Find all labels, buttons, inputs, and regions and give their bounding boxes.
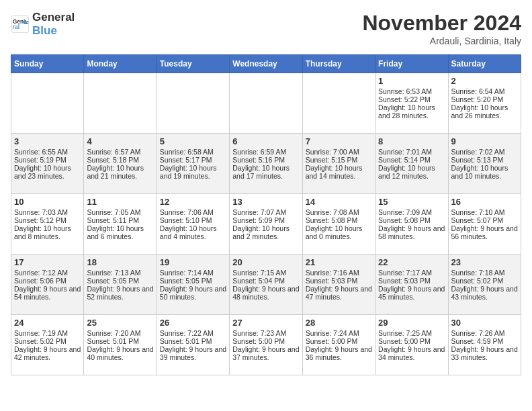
calendar-cell: 9Sunrise: 7:02 AMSunset: 5:13 PMDaylight… [448, 134, 521, 194]
cell-info: Sunrise: 7:20 AM [87, 329, 153, 337]
cell-info: Sunset: 5:05 PM [87, 277, 153, 285]
cell-info: Daylight: 10 hours and 2 minutes. [232, 224, 299, 240]
cell-info: Sunrise: 7:08 AM [306, 208, 372, 216]
calendar-cell: 26Sunrise: 7:22 AMSunset: 5:01 PMDayligh… [157, 315, 229, 375]
day-number: 7 [306, 136, 372, 146]
cell-info: Daylight: 10 hours and 10 minutes. [451, 164, 518, 180]
cell-info: Sunrise: 6:53 AM [378, 87, 445, 95]
cell-info: Daylight: 9 hours and 54 minutes. [14, 285, 81, 301]
cell-info: Daylight: 10 hours and 21 minutes. [87, 164, 153, 180]
day-number: 9 [451, 136, 518, 146]
calendar-cell: 20Sunrise: 7:15 AMSunset: 5:04 PMDayligh… [230, 255, 302, 315]
logo: Gene- ral General Blue [11, 11, 75, 37]
calendar-cell: 18Sunrise: 7:13 AMSunset: 5:05 PMDayligh… [84, 255, 157, 315]
logo-icon: Gene- ral [11, 15, 30, 34]
day-number: 5 [160, 136, 226, 146]
cell-info: Sunset: 5:04 PM [232, 277, 299, 285]
cell-info: Sunrise: 7:15 AM [232, 269, 299, 277]
cell-info: Sunset: 5:15 PM [306, 156, 372, 164]
header-monday: Monday [84, 55, 157, 73]
calendar-cell: 28Sunrise: 7:24 AMSunset: 5:00 PMDayligh… [302, 315, 375, 375]
cell-info: Sunset: 5:00 PM [232, 337, 299, 345]
cell-info: Daylight: 9 hours and 39 minutes. [160, 345, 226, 361]
location-subtitle: Ardauli, Sardinia, Italy [362, 36, 521, 46]
cell-info: Sunset: 5:10 PM [160, 216, 226, 224]
cell-info: Daylight: 9 hours and 42 minutes. [14, 345, 81, 361]
day-number: 12 [160, 197, 226, 207]
calendar-cell: 14Sunrise: 7:08 AMSunset: 5:08 PMDayligh… [302, 194, 375, 255]
cell-info: Sunrise: 7:25 AM [378, 329, 445, 337]
week-row-1: 1Sunrise: 6:53 AMSunset: 5:22 PMDaylight… [11, 73, 521, 134]
header-thursday: Thursday [302, 55, 375, 73]
day-number: 4 [87, 136, 153, 146]
day-number: 19 [160, 257, 226, 267]
cell-info: Sunrise: 7:16 AM [306, 269, 372, 277]
calendar-cell: 10Sunrise: 7:03 AMSunset: 5:12 PMDayligh… [11, 194, 84, 255]
calendar-cell: 22Sunrise: 7:17 AMSunset: 5:03 PMDayligh… [375, 255, 448, 315]
header-saturday: Saturday [448, 55, 521, 73]
cell-info: Sunrise: 7:06 AM [160, 208, 226, 216]
calendar-cell: 16Sunrise: 7:10 AMSunset: 5:07 PMDayligh… [448, 194, 521, 255]
cell-info: Sunset: 5:18 PM [87, 156, 153, 164]
day-number: 17 [14, 257, 81, 267]
cell-info: Sunrise: 7:10 AM [451, 208, 518, 216]
cell-info: Sunrise: 6:54 AM [451, 87, 518, 95]
cell-info: Sunrise: 7:14 AM [160, 269, 226, 277]
cell-info: Daylight: 9 hours and 47 minutes. [306, 285, 372, 301]
day-number: 24 [14, 318, 81, 328]
cell-info: Sunrise: 7:26 AM [451, 329, 518, 337]
day-number: 30 [451, 318, 518, 328]
day-number: 16 [451, 197, 518, 207]
week-row-3: 10Sunrise: 7:03 AMSunset: 5:12 PMDayligh… [11, 194, 521, 255]
cell-info: Sunset: 5:08 PM [306, 216, 372, 224]
cell-info: Sunrise: 7:01 AM [378, 148, 445, 156]
cell-info: Sunrise: 7:09 AM [378, 208, 445, 216]
cell-info: Daylight: 10 hours and 12 minutes. [378, 164, 445, 180]
cell-info: Sunset: 5:02 PM [14, 337, 81, 345]
cell-info: Daylight: 10 hours and 28 minutes. [378, 103, 445, 120]
cell-info: Daylight: 9 hours and 58 minutes. [378, 224, 445, 240]
day-number: 18 [87, 257, 153, 267]
cell-info: Sunset: 5:14 PM [378, 156, 445, 164]
cell-info: Sunset: 5:02 PM [451, 277, 518, 285]
calendar-cell: 12Sunrise: 7:06 AMSunset: 5:10 PMDayligh… [157, 194, 229, 255]
cell-info: Daylight: 9 hours and 37 minutes. [232, 345, 299, 361]
cell-info: Daylight: 9 hours and 52 minutes. [87, 285, 153, 301]
calendar-cell [11, 73, 84, 134]
cell-info: Sunrise: 7:13 AM [87, 269, 153, 277]
cell-info: Sunset: 5:09 PM [232, 216, 299, 224]
header-sunday: Sunday [11, 55, 84, 73]
calendar-cell [84, 73, 157, 134]
cell-info: Daylight: 10 hours and 8 minutes. [14, 224, 81, 240]
cell-info: Daylight: 10 hours and 17 minutes. [232, 164, 299, 180]
cell-info: Sunrise: 7:00 AM [306, 148, 372, 156]
logo-text-blue: Blue [32, 24, 75, 38]
header: Gene- ral General Blue November 2024 Ard… [11, 11, 521, 46]
calendar-cell: 11Sunrise: 7:05 AMSunset: 5:11 PMDayligh… [84, 194, 157, 255]
cell-info: Daylight: 10 hours and 23 minutes. [14, 164, 81, 180]
header-tuesday: Tuesday [157, 55, 229, 73]
cell-info: Sunrise: 7:19 AM [14, 329, 81, 337]
day-number: 27 [232, 318, 299, 328]
calendar-cell [230, 73, 302, 134]
day-number: 21 [306, 257, 372, 267]
cell-info: Daylight: 9 hours and 33 minutes. [451, 345, 518, 361]
calendar-cell [302, 73, 375, 134]
cell-info: Sunset: 5:12 PM [14, 216, 81, 224]
calendar-cell: 23Sunrise: 7:18 AMSunset: 5:02 PMDayligh… [448, 255, 521, 315]
cell-info: Sunrise: 6:58 AM [160, 148, 226, 156]
day-number: 2 [451, 76, 518, 86]
cell-info: Daylight: 9 hours and 43 minutes. [451, 285, 518, 301]
day-number: 1 [378, 76, 445, 86]
day-number: 26 [160, 318, 226, 328]
cell-info: Sunrise: 7:23 AM [232, 329, 299, 337]
cell-info: Sunset: 5:22 PM [378, 95, 445, 103]
month-title: November 2024 [362, 11, 521, 36]
day-number: 15 [378, 197, 445, 207]
cell-info: Sunset: 5:05 PM [160, 277, 226, 285]
cell-info: Daylight: 9 hours and 45 minutes. [378, 285, 445, 301]
cell-info: Sunrise: 6:57 AM [87, 148, 153, 156]
calendar-cell: 8Sunrise: 7:01 AMSunset: 5:14 PMDaylight… [375, 134, 448, 194]
day-number: 29 [378, 318, 445, 328]
cell-info: Sunrise: 7:03 AM [14, 208, 81, 216]
